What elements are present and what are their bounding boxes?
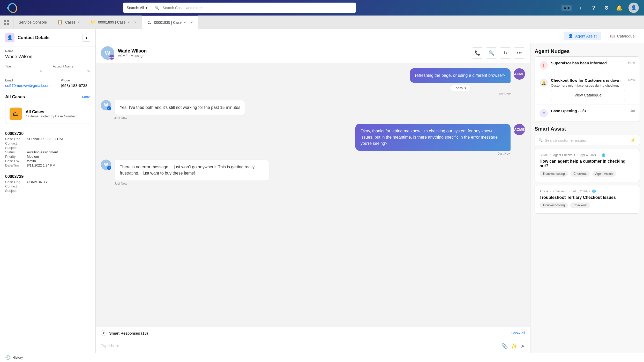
tab-case-1899[interactable]: 📁 00001899 | Case ▾ ×: [85, 16, 142, 29]
agent-assist-tab[interactable]: 👤 Agent Assist: [564, 32, 601, 40]
refresh-button[interactable]: ↻: [500, 47, 511, 59]
nudge-case-title: Case Opening - 3/3: [551, 109, 627, 113]
tab-cases[interactable]: 📋 Cases ▾: [52, 16, 85, 29]
title-account-row: Title ✎ Account Name ✎: [0, 62, 95, 76]
all-cases-more-link[interactable]: More: [82, 95, 90, 99]
history-icon: 🕐: [5, 355, 10, 360]
nav-icon-group: ★ ▾ ＋ ? ⚙ 🔔 👤: [561, 3, 639, 13]
show-all-button[interactable]: Show all: [511, 331, 525, 335]
smart-assist-search-input[interactable]: [545, 138, 628, 142]
chat-input[interactable]: [101, 344, 498, 348]
case-date-label: Date/Tim...: [5, 163, 26, 167]
outgoing-bubble-wrap-2: Okay, thanks for letting me know. I'm ch…: [355, 124, 511, 155]
outgoing-avatar-2: ACME: [514, 124, 525, 135]
email-label: Email: [5, 79, 50, 82]
smart-responses-bar[interactable]: ▾ Smart Responses (13) Show all: [96, 327, 530, 339]
date-pill[interactable]: Today ▾: [450, 85, 471, 91]
chat-user-info: Wade Wilson ACME - Message: [118, 48, 468, 58]
chat-input-area: 📎 ✨ ➤: [96, 339, 530, 353]
settings-icon[interactable]: ⚙: [603, 4, 610, 12]
send-icon[interactable]: ➤: [521, 343, 525, 349]
case-subject-label: Subject:: [5, 146, 26, 150]
catalogue-tab[interactable]: 📖 Catalogue: [606, 32, 639, 40]
app-logo: [5, 1, 18, 14]
top-navigation: Search: All ▾ 🔍 ★ ▾ ＋ ? ⚙ 🔔 👤: [0, 0, 644, 16]
folder-icon: 🗂: [10, 108, 22, 120]
nudge-list-icon: ≡: [540, 109, 548, 117]
view-catalogue-button[interactable]: View Catalogue: [551, 90, 625, 100]
bottom-bar: 🕐 History: [0, 353, 644, 362]
search-input[interactable]: [163, 6, 356, 10]
all-cases-folder[interactable]: 🗂 All Cases 4+ items, sorted by Case Num…: [5, 104, 90, 124]
history-label[interactable]: History: [12, 356, 23, 359]
agent-assist-icon: 👤: [568, 34, 573, 38]
account-edit-icon[interactable]: ✎: [87, 69, 90, 73]
case1899-dropdown-icon[interactable]: ▾: [128, 20, 130, 24]
case1835-dropdown-icon[interactable]: ▾: [184, 21, 186, 24]
case1835-close-icon[interactable]: ×: [190, 20, 193, 25]
favorites-button[interactable]: ★ ▾: [561, 5, 572, 11]
cases-tab-icon: 📋: [57, 20, 63, 25]
assist-card-2-tag-0[interactable]: Troubleshooting: [540, 202, 568, 208]
app-launcher-icon[interactable]: [0, 16, 13, 29]
email-value[interactable]: cu570mer.ww@gmail.com: [5, 83, 50, 88]
outgoing-avatar-1: ACME: [514, 68, 525, 80]
assist-card-2-globe-icon: 🌐: [592, 190, 596, 193]
case1899-tab-icon: 📁: [90, 20, 95, 25]
acme-badge: ACME: [109, 55, 114, 60]
contact-details-icon: 👤: [5, 33, 14, 42]
right-panel: Agent Nudges ! Supervisor has been infor…: [530, 43, 644, 353]
search-button[interactable]: 🔍: [486, 47, 497, 59]
assist-card-1: Guide • Agent Checkout • Apr 4, 2024 • 🌐…: [535, 149, 640, 182]
case-item-3729[interactable]: 00003729 Case Orig... COMMUNITY Contact …: [0, 171, 95, 196]
incoming-time-1: Just Now: [114, 116, 246, 120]
case-number-3729: 00003729: [5, 174, 90, 179]
chat-nudges-row: W ACME Wade Wilson ACME - Message 📞 🔍 ↻ …: [96, 43, 644, 353]
case-3730-contact-row: Contact ...: [5, 141, 90, 145]
assist-card-1-meta: Guide • Agent Checkout • Apr 4, 2024 • 🌐: [540, 153, 635, 157]
email-field: Email cu570mer.ww@gmail.com: [0, 76, 56, 90]
avatar[interactable]: 👤: [628, 3, 639, 13]
nudge-case-content: Case Opening - 3/3: [551, 109, 627, 114]
attachment-icon[interactable]: 📎: [501, 343, 508, 349]
assist-card-1-tag-0[interactable]: Troubleshooting: [540, 171, 568, 177]
nudge-checkout-content: Checkout flow for Customers is down Cust…: [551, 78, 625, 100]
global-search-bar[interactable]: Search: All ▾ 🔍: [123, 3, 356, 13]
incoming-avatar-wrap-2: W ✓: [101, 160, 111, 170]
title-edit-icon[interactable]: ✎: [40, 69, 43, 73]
notifications-icon[interactable]: 🔔: [616, 4, 623, 12]
smart-assist-search-wrap: 🔍 ⚡: [535, 135, 640, 145]
folder-sub: 4+ items, sorted by Case Number: [26, 114, 76, 118]
nudge-alert-icon: !: [540, 61, 548, 70]
svg-point-0: [7, 7, 9, 9]
emoji-icon[interactable]: ✨: [511, 343, 518, 349]
call-button[interactable]: 📞: [472, 47, 483, 59]
sr-label: Smart Responses (13): [109, 331, 509, 335]
assist-card-1-tags: Troubleshooting Checkout Agent Action: [540, 171, 635, 178]
cases-dropdown-icon[interactable]: ▾: [78, 20, 80, 24]
case1899-close-icon[interactable]: ×: [134, 20, 137, 25]
smart-assist-filter-icon[interactable]: ⚡: [630, 137, 636, 143]
tab-case-1835[interactable]: 🗂 00001835 | Case ▾ ×: [142, 16, 198, 29]
nudge-supervisor-time: Now: [628, 61, 635, 65]
assist-card-2-tag-1[interactable]: Checkout: [570, 202, 590, 208]
title-field: Title ✎: [0, 62, 48, 76]
assist-card-1-tag-2[interactable]: Agent Action: [592, 171, 616, 177]
case-date-value: 8/11/2022 1:34 PM: [27, 163, 55, 167]
sr-toggle-icon[interactable]: ▾: [101, 330, 107, 336]
assist-card-1-tag-1[interactable]: Checkout: [570, 171, 590, 177]
account-label: Account Name: [53, 65, 91, 68]
more-options-button[interactable]: •••: [514, 47, 525, 59]
contact-details-dropdown-button[interactable]: ▾: [83, 34, 90, 42]
search-type-selector[interactable]: Search: All ▾: [123, 3, 151, 13]
help-icon[interactable]: ?: [590, 4, 597, 12]
nudge-bell-icon: 🔔: [540, 79, 548, 87]
nudge-case-time: 1m: [630, 109, 635, 112]
case-3729-contact-label: Contact ...: [5, 184, 26, 188]
case-item-3730[interactable]: 00003730 Case Orig... SPRINKLR_LIVE_CHAT…: [0, 128, 95, 171]
add-button[interactable]: ＋: [577, 4, 585, 12]
name-value: Wade Wilson: [5, 54, 90, 59]
verified-badge-1: ✓: [107, 106, 111, 110]
chat-toolbar: 👤 Agent Assist 📖 Catalogue: [96, 29, 644, 43]
agent-nudges-title: Agent Nudges: [535, 48, 640, 54]
